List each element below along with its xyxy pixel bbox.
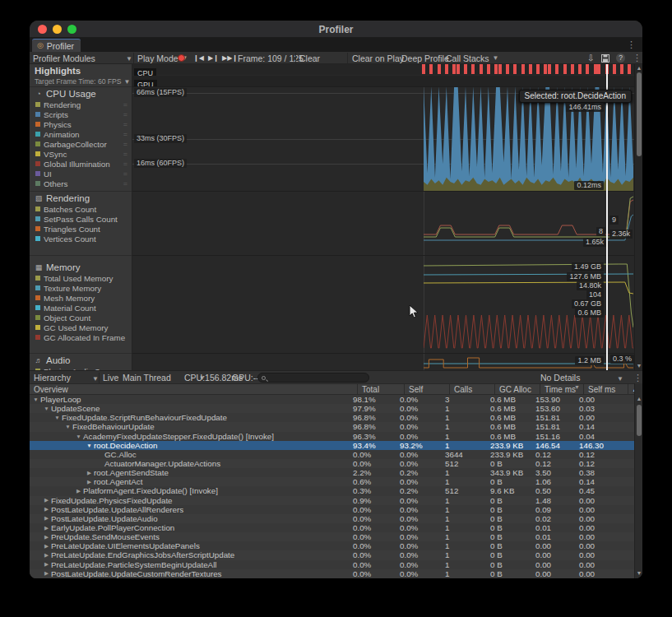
table-row[interactable]: ▶root.AgentSendState2.2%0.2%1343.9 KB3.5…: [30, 468, 634, 477]
help-button[interactable]: ?: [616, 52, 625, 64]
call-stacks-dropdown[interactable]: Call Stacks ▼: [446, 52, 498, 64]
legend-item[interactable]: Animation=: [30, 129, 132, 139]
details-menu-button[interactable]: ⋮: [633, 371, 642, 384]
target-frame-time-dropdown[interactable]: Target Frame Time: 60 FPS▼: [30, 77, 132, 86]
frame-playhead[interactable]: [606, 64, 608, 370]
audio-chart[interactable]: 1.2 MB 0.3 % =: [132, 353, 634, 370]
legend-item[interactable]: Triangles Count: [30, 224, 132, 234]
module-rendering[interactable]: ▧Rendering Batches CountSetPass Calls Co…: [30, 191, 132, 255]
legend-item[interactable]: GC Allocated In Frame: [30, 332, 132, 342]
scroll-up-icon[interactable]: ▲: [635, 396, 642, 402]
clear-button[interactable]: Clear: [299, 52, 320, 64]
expander-icon[interactable]: ▶: [42, 525, 51, 531]
table-row[interactable]: ▶PostLateUpdate.UpdateAudio0.0%0.0%10 B0…: [30, 514, 634, 523]
expander-icon[interactable]: ▶: [42, 543, 51, 550]
over-budget-frame-bar[interactable]: [628, 64, 631, 74]
legend-item[interactable]: Rendering=: [30, 100, 132, 109]
deep-profile-button[interactable]: Deep Profile: [401, 52, 449, 64]
legend-item[interactable]: GC Used Memory: [30, 322, 132, 332]
expander-icon[interactable]: ▶: [42, 506, 51, 513]
expander-icon[interactable]: ▶: [42, 497, 51, 503]
over-budget-frame-bar[interactable]: [480, 64, 483, 74]
expander-icon[interactable]: ▶: [42, 570, 51, 577]
over-budget-frame-bar[interactable]: [487, 64, 490, 74]
expander-icon[interactable]: ▶: [85, 470, 94, 476]
over-budget-frame-bar[interactable]: [521, 64, 525, 74]
rendering-chart[interactable]: 9 8 2.36k 1.65k: [132, 191, 634, 255]
titlebar[interactable]: Profiler: [30, 21, 642, 38]
table-row[interactable]: ▶EarlyUpdate.PollPlayerConnection0.0%0.0…: [30, 523, 634, 532]
legend-item[interactable]: SetPass Calls Count: [30, 214, 132, 224]
drag-handle-icon[interactable]: =: [123, 150, 127, 158]
drag-handle-icon[interactable]: =: [123, 179, 127, 188]
over-budget-frame-bar[interactable]: [452, 64, 456, 74]
column-calls[interactable]: Calls: [449, 384, 494, 394]
memory-chart[interactable]: 1.49 GB 127.6 MB 14.80k 104 0.67 GB 0.6 …: [132, 255, 634, 353]
over-budget-frame-bar[interactable]: [578, 64, 582, 74]
table-row[interactable]: ▼UpdateScene97.9%0.0%10.6 MB153.600.03: [30, 404, 634, 413]
column-self-ms[interactable]: Self ms: [583, 384, 628, 394]
table-row[interactable]: ▼FixedUpdate.ScriptRunBehaviourFixedUpda…: [30, 413, 634, 422]
over-budget-frame-bar[interactable]: [471, 64, 475, 74]
over-budget-frame-bar[interactable]: [445, 64, 448, 74]
details-scrollbar-thumb[interactable]: [637, 405, 642, 436]
table-row[interactable]: ▼PlayerLoop98.1%0.0%30.6 MB153.900.00: [30, 395, 634, 404]
table-row[interactable]: ▼FixedBehaviourUpdate96.8%0.0%10.6 MB151…: [30, 422, 634, 431]
legend-item[interactable]: Vertices Count: [30, 234, 132, 244]
over-budget-frame-bar[interactable]: [563, 64, 567, 74]
hierarchy-view-dropdown[interactable]: Hierarchy: [34, 371, 71, 384]
record-button[interactable]: [178, 52, 185, 64]
expander-icon[interactable]: ▼: [74, 434, 83, 439]
table-row[interactable]: ▼root.DecideAction93.4%93.2%1233.9 KB146…: [30, 441, 634, 450]
expander-icon[interactable]: ▶: [42, 534, 51, 540]
first-frame-button[interactable]: ❙◀: [193, 52, 204, 64]
legend-item[interactable]: GarbageCollector=: [30, 139, 132, 149]
current-frame-button[interactable]: ▶▶❙: [222, 52, 238, 64]
over-budget-frame-bar[interactable]: [498, 64, 502, 74]
over-budget-frame-bar[interactable]: [613, 64, 616, 74]
details-view-dropdown[interactable]: No Details: [540, 371, 580, 384]
scroll-down-icon[interactable]: ▼: [635, 570, 642, 577]
over-budget-frame-bar[interactable]: [597, 64, 600, 74]
live-toggle[interactable]: Live: [103, 371, 118, 384]
drag-handle-icon[interactable]: =: [123, 140, 127, 148]
table-row[interactable]: ▶root.AgentAct0.6%0.0%10 B1.060.14: [30, 477, 634, 486]
drag-handle-icon[interactable]: =: [123, 130, 127, 138]
module-highlights[interactable]: Highlights Target Frame Time: 60 FPS▼: [30, 64, 132, 86]
charts-scrollbar-thumb[interactable]: [637, 72, 642, 156]
table-row[interactable]: ▶PreUpdate.SendMouseEvents0.0%0.0%10 B0.…: [30, 532, 634, 541]
legend-item[interactable]: Mesh Memory: [30, 293, 132, 303]
over-budget-frame-bar[interactable]: [620, 64, 623, 74]
expander-icon[interactable]: ▶: [85, 479, 94, 485]
table-row[interactable]: ▼AcademyFixedUpdateStepper.FixedUpdate()…: [30, 432, 634, 441]
over-budget-frame-bar[interactable]: [548, 64, 551, 74]
over-budget-frame-bar[interactable]: [586, 64, 589, 74]
over-budget-frame-bar[interactable]: [494, 64, 498, 74]
table-row[interactable]: ActuatorManager.UpdateActions0.0%0.0%512…: [30, 459, 634, 468]
legend-item[interactable]: Global Illumination=: [30, 159, 132, 169]
over-budget-frame-bar[interactable]: [429, 64, 433, 74]
expander-icon[interactable]: ▼: [53, 415, 62, 420]
table-row[interactable]: ▶FixedUpdate.PhysicsFixedUpdate0.9%0.0%1…: [30, 496, 634, 505]
expander-icon[interactable]: ▼: [31, 397, 40, 402]
over-budget-frame-bar[interactable]: [438, 64, 441, 74]
tab-profiler[interactable]: ◎ Profiler: [32, 39, 81, 52]
table-row[interactable]: ▶PreLateUpdate.ParticleSystemBeginUpdate…: [30, 560, 634, 569]
over-budget-frame-bar[interactable]: [506, 64, 509, 74]
over-budget-frame-bar[interactable]: [571, 64, 574, 74]
column-overview[interactable]: Overview: [30, 384, 357, 394]
cpu-usage-chart[interactable]: 66ms (15FPS) 33ms (30FPS) 16ms (60FPS) S…: [132, 86, 634, 191]
drag-handle-icon[interactable]: =: [123, 120, 127, 128]
scroll-up-icon[interactable]: ▲: [635, 65, 642, 72]
legend-item[interactable]: UI=: [30, 169, 132, 179]
expander-icon[interactable]: ▼: [85, 443, 94, 448]
column-gc-alloc[interactable]: GC Alloc: [494, 384, 540, 394]
legend-item[interactable]: Object Count: [30, 313, 132, 322]
over-budget-frame-bar[interactable]: [594, 64, 597, 74]
legend-item[interactable]: Material Count: [30, 303, 132, 313]
table-row[interactable]: ▶PostLateUpdate.UpdateCustomRenderTextur…: [30, 569, 634, 578]
over-budget-frame-bar[interactable]: [536, 64, 540, 74]
legend-item[interactable]: Physics=: [30, 119, 132, 129]
details-scrollbar[interactable]: ▲ ▼: [634, 383, 642, 578]
drag-handle-icon[interactable]: =: [123, 100, 127, 109]
